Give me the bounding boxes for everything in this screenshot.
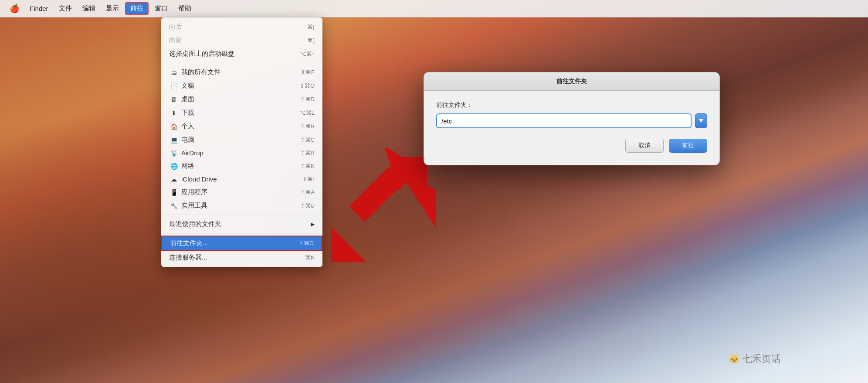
menu-item-desktop[interactable]: 🖥 桌面 ⇧⌘D (161, 92, 322, 106)
menu-item-icloud[interactable]: ☁ iCloud Drive ⇧⌘I (161, 173, 322, 185)
folder-path-input[interactable] (436, 113, 692, 128)
menu-item-network-shortcut: ⇧⌘K (300, 163, 315, 169)
menu-item-computer-shortcut: ⇧⌘C (300, 137, 315, 143)
computer-icon: 💻 (169, 137, 179, 144)
watermark: 🐱 七禾页话 (728, 352, 781, 366)
menu-item-airdrop-label: AirDrop (181, 149, 300, 157)
menu-item-back-shortcut: ⌘[ (307, 24, 315, 30)
menu-item-all-files[interactable]: 🗂 我的所有文件 ⇧⌘F (161, 65, 322, 79)
dialog-body: 前往文件夹： 取消 前往 (424, 91, 719, 165)
menu-item-all-files-label: 我的所有文件 (181, 68, 301, 76)
menu-item-forward[interactable]: 向前 ⌘] (161, 34, 322, 47)
menu-item-airdrop-shortcut: ⇧⌘R (300, 150, 315, 156)
menu-item-applications-label: 应用程序 (181, 188, 300, 196)
menu-item-recent-folders-label: 最近使用的文件夹 (169, 220, 307, 228)
separator-1 (161, 63, 322, 63)
menu-item-connect-server-shortcut: ⌘K (305, 254, 315, 261)
utilities-icon: 🔧 (169, 202, 179, 209)
menu-item-startup-disk-shortcut: ⌥⌘↑ (300, 51, 315, 57)
goto-folder-dialog: 前往文件夹 前往文件夹： 取消 前往 (424, 72, 720, 165)
menu-item-recent-folders[interactable]: 最近使用的文件夹 ▶ (161, 217, 322, 231)
documents-icon: 📄 (169, 82, 179, 89)
svg-marker-2 (331, 227, 366, 262)
menu-item-computer-label: 电脑 (181, 136, 300, 144)
red-arrow-indicator (314, 148, 436, 270)
menu-item-utilities-shortcut: ⇧⌘U (300, 202, 315, 209)
separator-2 (161, 215, 322, 215)
all-files-icon: 🗂 (169, 69, 179, 76)
go-menu[interactable]: 前往 (125, 2, 149, 15)
cancel-button[interactable]: 取消 (625, 139, 664, 153)
downloads-icon: ⬇ (169, 109, 179, 116)
menu-item-startup-disk-label: 选择桌面上的启动磁盘 (169, 50, 300, 58)
menu-item-utilities-label: 实用工具 (181, 202, 300, 210)
menu-item-desktop-label: 桌面 (181, 95, 300, 103)
dialog-title: 前往文件夹 (556, 78, 587, 85)
menu-item-applications[interactable]: 📱 应用程序 ⇧⌘A (161, 185, 322, 199)
menu-item-computer[interactable]: 💻 电脑 ⇧⌘C (161, 133, 322, 147)
dialog-titlebar: 前往文件夹 (424, 72, 719, 91)
menu-item-downloads[interactable]: ⬇ 下载 ⌥⌘L (161, 106, 322, 120)
menu-item-forward-label: 向前 (169, 36, 307, 44)
separator-3 (161, 233, 322, 233)
menu-item-documents-label: 文稿 (181, 82, 300, 90)
menu-item-back-label: 向后 (169, 23, 307, 31)
menu-item-goto-folder-label: 前往文件夹... (170, 239, 299, 247)
airdrop-icon: 📡 (169, 150, 179, 157)
menu-item-downloads-shortcut: ⌥⌘L (299, 109, 315, 116)
go-button[interactable]: 前往 (669, 139, 707, 153)
menu-item-forward-shortcut: ⌘] (307, 37, 315, 44)
icloud-icon: ☁ (169, 176, 179, 183)
menu-item-home[interactable]: 🏠 个人 ⇧⌘H (161, 120, 322, 133)
menu-item-goto-folder-shortcut: ⇧⌘G (299, 240, 314, 246)
menu-item-documents[interactable]: 📄 文稿 ⇧⌘O (161, 79, 322, 92)
menu-item-airdrop[interactable]: 📡 AirDrop ⇧⌘R (161, 147, 322, 159)
finder-menu[interactable]: Finder (25, 3, 53, 14)
menu-item-network-label: 网络 (181, 162, 300, 170)
dialog-input-row (436, 113, 707, 128)
menu-item-utilities[interactable]: 🔧 实用工具 ⇧⌘U (161, 199, 322, 212)
menu-item-icloud-shortcut: ⇧⌘I (302, 176, 315, 182)
applications-icon: 📱 (169, 189, 179, 196)
svg-rect-3 (349, 166, 404, 222)
menu-item-network[interactable]: 🌐 网络 ⇧⌘K (161, 159, 322, 173)
menu-item-home-label: 个人 (181, 122, 300, 130)
menu-item-home-shortcut: ⇧⌘H (300, 123, 315, 130)
edit-menu[interactable]: 编辑 (78, 3, 100, 14)
view-menu[interactable]: 显示 (102, 3, 123, 14)
menu-item-applications-shortcut: ⇧⌘A (300, 189, 315, 195)
help-menu[interactable]: 帮助 (174, 3, 196, 14)
menu-item-desktop-shortcut: ⇧⌘D (300, 96, 315, 103)
folder-dropdown-button[interactable] (695, 113, 707, 128)
network-icon: 🌐 (169, 163, 179, 170)
window-menu[interactable]: 窗口 (150, 3, 172, 14)
home-icon: 🏠 (169, 123, 179, 130)
menu-item-icloud-label: iCloud Drive (181, 175, 302, 183)
dialog-label: 前往文件夹： (436, 101, 707, 109)
menubar: 🍎 Finder 文件 编辑 显示 前往 窗口 帮助 (0, 0, 868, 17)
menu-item-goto-folder[interactable]: 前往文件夹... ⇧⌘G (161, 236, 322, 251)
dialog-buttons: 取消 前往 (436, 139, 707, 154)
menu-item-documents-shortcut: ⇧⌘O (300, 82, 315, 89)
menu-item-all-files-shortcut: ⇧⌘F (301, 69, 315, 75)
desktop-icon: 🖥 (169, 96, 179, 103)
menu-item-connect-server[interactable]: 连接服务器... ⌘K (161, 251, 322, 264)
go-dropdown-menu: 向后 ⌘[ 向前 ⌘] 选择桌面上的启动磁盘 ⌥⌘↑ 🗂 我的所有文件 ⇧⌘F … (161, 17, 322, 267)
file-menu[interactable]: 文件 (54, 3, 76, 14)
menu-item-downloads-label: 下载 (181, 109, 299, 117)
menu-item-connect-server-label: 连接服务器... (169, 253, 305, 262)
menu-item-back[interactable]: 向后 ⌘[ (161, 20, 322, 34)
apple-menu[interactable]: 🍎 (5, 3, 24, 15)
menu-item-startup-disk[interactable]: 选择桌面上的启动磁盘 ⌥⌘↑ (161, 47, 322, 61)
